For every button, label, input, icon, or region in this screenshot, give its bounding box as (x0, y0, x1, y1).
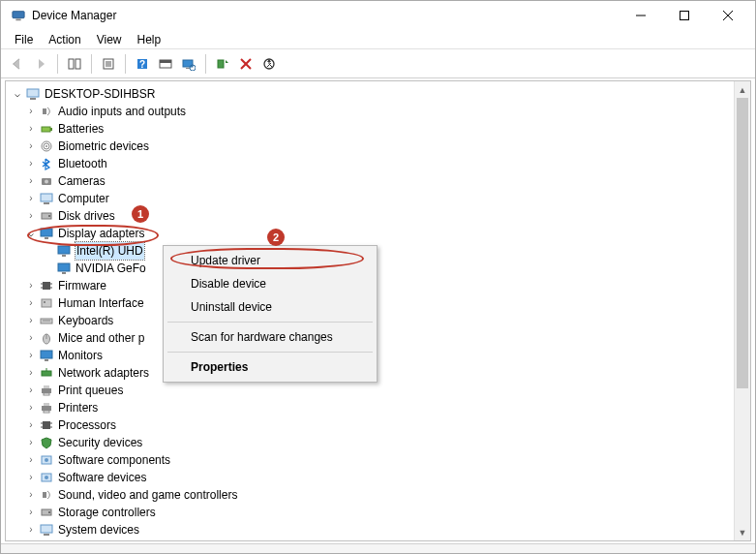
vertical-scrollbar[interactable]: ▲ ▼ (734, 81, 750, 540)
chevron-right-icon[interactable]: › (25, 190, 37, 207)
tree-category[interactable]: ›Disk drives (12, 207, 748, 225)
chevron-right-icon[interactable]: › (25, 103, 37, 120)
menu-action[interactable]: Action (41, 31, 88, 48)
svg-rect-41 (62, 255, 66, 257)
ctx-properties[interactable]: Properties (166, 355, 375, 379)
svg-point-31 (45, 145, 47, 147)
svg-text:?: ? (139, 59, 145, 70)
ctx-scan-hardware[interactable]: Scan for hardware changes (166, 325, 375, 349)
chevron-right-icon[interactable]: › (25, 312, 37, 329)
properties-button[interactable] (98, 53, 119, 75)
chevron-right-icon[interactable]: › (25, 434, 37, 451)
tree-category[interactable]: ›Software components (12, 451, 748, 469)
chevron-right-icon[interactable]: › (25, 155, 37, 172)
svg-point-71 (45, 458, 48, 462)
finger-icon (39, 138, 54, 154)
tree-device[interactable]: NVIDIA GeFo (12, 260, 748, 277)
chevron-down-icon[interactable]: ⌵ (25, 225, 37, 242)
tree-view[interactable]: ⌵DESKTOP-SDIHBSR›Audio inputs and output… (5, 80, 751, 541)
tree-category[interactable]: ⌵Display adapters (12, 225, 748, 242)
tree-category[interactable]: ›Monitors (12, 347, 748, 364)
chevron-right-icon[interactable]: › (25, 277, 37, 294)
tree-device[interactable]: Intel(R) UHD (12, 242, 748, 260)
tree-category[interactable]: ›Printers (12, 399, 748, 416)
tree-category[interactable]: ›Keyboards (12, 312, 748, 329)
menu-help[interactable]: Help (130, 31, 169, 48)
tree-category[interactable]: ›Audio inputs and outputs (12, 103, 748, 120)
svg-rect-78 (44, 534, 49, 536)
ctx-separator (167, 352, 373, 353)
minimize-button[interactable] (619, 1, 662, 30)
svg-rect-57 (42, 371, 51, 376)
chevron-right-icon[interactable]: › (25, 207, 37, 225)
tree-category[interactable]: ›Bluetooth (12, 155, 748, 172)
svg-rect-65 (43, 421, 50, 429)
tree-category[interactable]: ›Human Interface (12, 294, 748, 312)
update-driver-button[interactable] (212, 53, 233, 75)
uninstall-button[interactable] (235, 53, 257, 75)
svg-rect-39 (45, 237, 48, 239)
tree-root[interactable]: ⌵DESKTOP-SDIHBSR (12, 85, 748, 103)
chevron-right-icon[interactable]: › (25, 504, 37, 521)
chevron-right-icon[interactable]: › (25, 399, 37, 416)
ctx-uninstall-device[interactable]: Uninstall device (166, 295, 375, 319)
svg-rect-62 (42, 406, 51, 411)
tree-category[interactable]: ›Sound, video and game controllers (12, 486, 748, 504)
tree-category[interactable]: ›System devices (12, 521, 748, 539)
menu-file[interactable]: File (7, 31, 41, 48)
tree-category[interactable]: ›Cameras (12, 172, 748, 190)
back-button[interactable] (7, 53, 28, 75)
tree-category[interactable]: ›Biometric devices (12, 138, 748, 155)
tree-category[interactable]: ›Security devices (12, 434, 748, 451)
chevron-right-icon[interactable]: › (25, 469, 37, 486)
ctx-separator (167, 322, 373, 323)
help-button[interactable]: ? (132, 53, 153, 75)
close-button[interactable] (706, 1, 749, 30)
scan-hardware-button[interactable] (178, 53, 199, 75)
tree-category[interactable]: ›Mice and other p (12, 329, 748, 347)
chevron-right-icon[interactable]: › (25, 294, 37, 312)
ctx-update-driver[interactable]: Update driver (166, 249, 375, 272)
scroll-up-button[interactable]: ▲ (735, 81, 750, 98)
tree-item-label: Firmware (58, 277, 106, 294)
ctx-disable-device[interactable]: Disable device (166, 272, 375, 295)
tree-category[interactable]: ›Computer (12, 190, 748, 207)
tree-category[interactable]: ›Batteries (12, 120, 748, 138)
chevron-right-icon[interactable]: › (25, 120, 37, 138)
scroll-down-button[interactable]: ▼ (735, 524, 750, 540)
chevron-right-icon[interactable]: › (25, 451, 37, 469)
svg-rect-44 (43, 282, 50, 290)
disable-button[interactable] (258, 53, 280, 75)
chevron-right-icon[interactable]: › (25, 347, 37, 364)
tree-category[interactable]: ›Network adapters (12, 364, 748, 382)
chevron-right-icon[interactable]: › (25, 329, 37, 347)
svg-rect-35 (44, 202, 49, 204)
chevron-right-icon[interactable]: › (25, 138, 37, 155)
context-menu: Update driver Disable device Uninstall d… (163, 245, 378, 383)
chevron-right-icon[interactable]: › (25, 382, 37, 399)
menu-view[interactable]: View (89, 31, 130, 48)
tree-category[interactable]: ›Processors (12, 416, 748, 434)
chevron-right-icon[interactable]: › (25, 364, 37, 382)
display-icon (56, 243, 72, 259)
tree-category[interactable]: ›Storage controllers (12, 504, 748, 521)
status-bar (1, 543, 755, 553)
action-pane-button[interactable] (155, 53, 176, 75)
maximize-button[interactable] (662, 1, 706, 30)
tree-item-label: Security devices (58, 434, 142, 451)
chevron-right-icon[interactable]: › (25, 486, 37, 504)
tree-category[interactable]: ›Software devices (12, 469, 748, 486)
chevron-right-icon[interactable]: › (25, 172, 37, 190)
printer-icon (39, 400, 54, 416)
tree-category[interactable]: ›Print queues (12, 382, 748, 399)
forward-button[interactable] (30, 53, 51, 75)
show-hide-console-button[interactable] (64, 53, 85, 75)
chevron-down-icon[interactable]: ⌵ (12, 85, 23, 103)
tree-item-label: Software components (58, 451, 170, 469)
svg-rect-40 (58, 246, 70, 254)
chevron-right-icon[interactable]: › (25, 521, 37, 539)
scroll-thumb[interactable] (737, 98, 748, 388)
tree-category[interactable]: ›Firmware (12, 277, 748, 294)
audio-icon (39, 487, 54, 503)
chevron-right-icon[interactable]: › (25, 416, 37, 434)
